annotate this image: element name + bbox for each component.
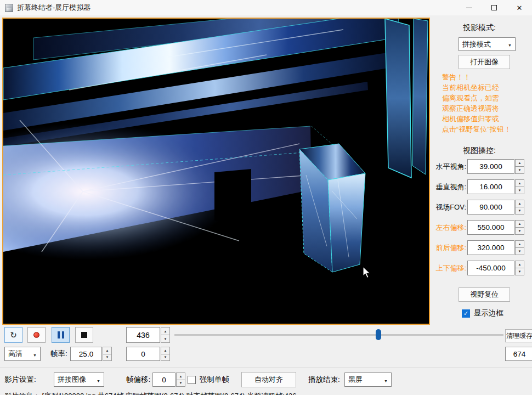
field-label: 左右偏移: bbox=[432, 223, 466, 233]
spin-up-button[interactable] bbox=[161, 347, 170, 354]
auto-align-button[interactable]: 自动对齐 bbox=[241, 372, 296, 387]
spin-up-button[interactable] bbox=[176, 373, 185, 380]
minimize-icon bbox=[466, 8, 472, 8]
stop-button[interactable] bbox=[75, 327, 93, 343]
warning-line: 当前相机坐标已经 bbox=[442, 82, 531, 93]
spin-down-button[interactable] bbox=[161, 354, 170, 362]
minimize-button[interactable] bbox=[456, 0, 482, 15]
spin-down-button[interactable] bbox=[515, 268, 524, 275]
loop-button[interactable] bbox=[4, 327, 22, 343]
view-control-label: 视图操控: bbox=[463, 146, 496, 156]
spin-up-button[interactable] bbox=[515, 240, 524, 248]
field-label: 垂直视角: bbox=[432, 182, 466, 192]
open-image-button[interactable]: 打开图像 bbox=[459, 55, 510, 69]
current-frame-spinbox: 436 bbox=[126, 327, 170, 343]
scene-3d[interactable] bbox=[3, 19, 429, 324]
timeline-slider[interactable] bbox=[174, 328, 503, 341]
field-label: 水平视角: bbox=[432, 162, 466, 172]
transport-bar: 436 清理缓存 高清 帧率: 25.0 0 bbox=[0, 325, 532, 368]
chevron-down-icon bbox=[33, 350, 37, 358]
show-border-checkbox-box[interactable] bbox=[462, 309, 470, 318]
close-button[interactable] bbox=[507, 0, 532, 15]
spin-up-button[interactable] bbox=[515, 179, 524, 187]
force-single-frame-label: 强制单帧 bbox=[200, 375, 229, 385]
clear-cache-button[interactable]: 清理缓存 bbox=[505, 329, 532, 342]
frame-offset-spinbox: 0 bbox=[152, 373, 185, 387]
offset-y-input[interactable]: -450.000 bbox=[467, 261, 514, 275]
projection-mode-value: 拼接模式 bbox=[462, 40, 491, 49]
spinner bbox=[515, 220, 524, 235]
spin-up-button[interactable] bbox=[103, 347, 112, 354]
status-bar: 影片信息： [序列1\00000.jpg 共674帧 实际帧范围(0-674) … bbox=[0, 391, 532, 395]
spin-down-button[interactable] bbox=[515, 248, 524, 255]
current-frame-input[interactable]: 436 bbox=[126, 327, 160, 343]
show-border-label: 显示边框 bbox=[474, 308, 503, 318]
spinner bbox=[176, 373, 185, 387]
field-label: 上下偏移: bbox=[432, 263, 466, 273]
maximize-button[interactable] bbox=[482, 0, 507, 15]
horizontal-angle-input[interactable]: 39.000 bbox=[467, 159, 514, 174]
force-single-frame-checkbox-box[interactable] bbox=[188, 376, 196, 384]
timeline-handle[interactable] bbox=[376, 329, 381, 340]
frame-offset-label: 帧偏移: bbox=[126, 368, 150, 391]
spin-down-button[interactable] bbox=[103, 354, 112, 362]
projection-mode-select[interactable]: 拼接模式 bbox=[459, 37, 516, 51]
movie-info-text: 影片信息： [序列1\00000.jpg 共674帧 实际帧范围(0-674) … bbox=[4, 391, 296, 395]
window-title: 折幕终结者-展厅模拟器 bbox=[17, 3, 90, 13]
titlebar[interactable]: 折幕终结者-展厅模拟器 bbox=[0, 0, 532, 15]
stop-icon bbox=[81, 332, 87, 338]
pause-icon bbox=[58, 331, 64, 338]
spin-down-button[interactable] bbox=[515, 228, 524, 235]
pause-button[interactable] bbox=[52, 327, 70, 343]
view-reset-button[interactable]: 视野复位 bbox=[459, 287, 510, 302]
window-controls bbox=[456, 0, 532, 15]
field-row-horizontal-angle: 水平视角: 39.000 bbox=[432, 159, 532, 174]
spin-down-button[interactable] bbox=[515, 167, 524, 174]
offset-z-input[interactable]: 320.000 bbox=[467, 240, 514, 255]
spin-up-button[interactable] bbox=[515, 220, 524, 228]
loop-icon bbox=[10, 331, 17, 339]
quality-value: 高清 bbox=[8, 349, 22, 359]
quality-select[interactable]: 高清 bbox=[4, 347, 41, 361]
spin-up-button[interactable] bbox=[515, 159, 524, 167]
spin-down-button[interactable] bbox=[515, 187, 524, 194]
fov-input[interactable]: 90.000 bbox=[467, 200, 514, 215]
field-label: 前后偏移: bbox=[432, 243, 466, 253]
spinner bbox=[515, 179, 524, 194]
field-row-offset-y: 上下偏移: -450.000 bbox=[432, 261, 532, 275]
field-row-offset-z: 前后偏移: 320.000 bbox=[432, 240, 532, 255]
spin-up-button[interactable] bbox=[161, 327, 170, 335]
framerate-input[interactable]: 25.0 bbox=[70, 347, 102, 361]
spinner bbox=[161, 347, 170, 361]
frame-offset-input[interactable]: 0 bbox=[152, 373, 176, 387]
settings-bar: 影片设置: 拼接图像 帧偏移: 0 强制单帧 自动对齐 播放结束: 黑屏 bbox=[0, 368, 532, 391]
record-button[interactable] bbox=[27, 327, 46, 343]
spinner bbox=[515, 159, 524, 174]
spin-down-button[interactable] bbox=[161, 335, 170, 343]
spin-up-button[interactable] bbox=[515, 261, 524, 268]
start-frame-input[interactable]: 0 bbox=[126, 347, 160, 361]
warning-line: 偏离观看点，如需 bbox=[442, 93, 531, 103]
total-frames-input[interactable]: 674 bbox=[505, 347, 532, 361]
field-row-vertical-angle: 垂直视角: 16.000 bbox=[432, 179, 532, 194]
force-single-frame-checkbox[interactable]: 强制单帧 bbox=[188, 368, 229, 391]
spinner bbox=[161, 327, 170, 343]
offset-x-input[interactable]: 550.000 bbox=[467, 220, 514, 235]
show-border-checkbox[interactable]: 显示边框 bbox=[462, 308, 503, 318]
field-row-fov: 视场FOV: 90.000 bbox=[432, 200, 532, 215]
field-label: 视场FOV: bbox=[432, 202, 466, 212]
viewport-frame bbox=[2, 18, 430, 325]
image-mode-select[interactable]: 拼接图像 bbox=[54, 373, 104, 387]
timeline-track[interactable] bbox=[174, 334, 503, 336]
spin-down-button[interactable] bbox=[176, 380, 185, 387]
playback-end-value: 黑屏 bbox=[348, 375, 363, 385]
warning-line: 观察正确透视请将 bbox=[442, 103, 531, 114]
playback-end-select[interactable]: 黑屏 bbox=[344, 373, 392, 387]
field-row-offset-x: 左右偏移: 550.000 bbox=[432, 220, 532, 235]
warning-line: 警告！！ bbox=[442, 72, 531, 82]
warning-line: 相机偏移值归零或 bbox=[442, 114, 531, 124]
movie-settings-label: 影片设置: bbox=[4, 368, 36, 391]
vertical-angle-input[interactable]: 16.000 bbox=[467, 179, 514, 194]
spin-down-button[interactable] bbox=[515, 207, 524, 215]
spin-up-button[interactable] bbox=[515, 200, 524, 207]
